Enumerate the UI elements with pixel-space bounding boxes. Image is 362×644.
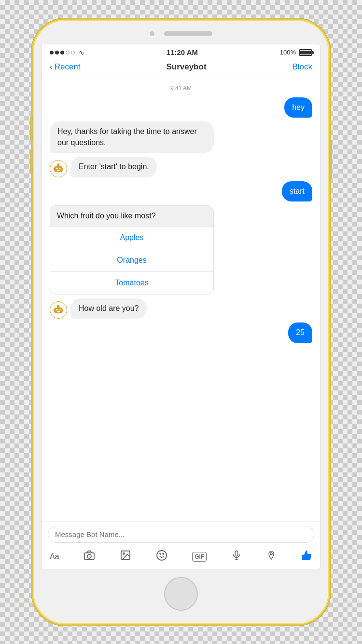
emoji-svg	[156, 550, 167, 561]
emoji-icon[interactable]	[156, 550, 167, 564]
chevron-left-icon: ‹	[50, 62, 53, 72]
message-row-user-start: start	[50, 181, 312, 201]
status-right: 100%	[280, 49, 312, 56]
svg-point-20	[157, 550, 167, 560]
status-left: ∿	[50, 49, 84, 56]
battery-percentage: 100%	[280, 49, 296, 56]
svg-rect-3	[57, 170, 60, 171]
bubble-bot-age: How old are you?	[71, 298, 147, 319]
home-button[interactable]	[164, 577, 198, 611]
camera-icon[interactable]	[84, 550, 95, 564]
svg-rect-9	[56, 309, 58, 310]
message-row-bot-age: How old are you?	[50, 298, 312, 319]
status-bar: ∿ 11:20 AM 100%	[42, 44, 320, 58]
svg-point-26	[270, 553, 272, 555]
signal-dot-1	[50, 51, 54, 54]
nav-bar: ‹ Recent Surveybot Block	[42, 58, 320, 76]
bot-avatar-1	[50, 160, 67, 177]
svg-rect-8	[55, 308, 62, 313]
fruit-question-text: Which fruit do you like most?	[50, 206, 213, 227]
svg-rect-10	[59, 309, 60, 310]
message-input[interactable]	[48, 526, 314, 543]
back-button[interactable]: ‹ Recent	[50, 62, 81, 72]
svg-rect-6	[54, 168, 55, 170]
volume-down-button[interactable]	[30, 150, 33, 174]
bubble-user-25: 25	[288, 322, 312, 343]
signal-dot-3	[60, 51, 64, 54]
battery-icon	[299, 49, 312, 56]
robot-icon-2	[52, 304, 65, 316]
thumbsup-svg	[301, 550, 312, 561]
speaker-area	[133, 28, 229, 39]
bubble-bot-thanks: Hey, thanks for taking the time to answe…	[50, 121, 214, 153]
image-icon[interactable]	[120, 550, 131, 564]
battery-fill	[300, 51, 311, 54]
gif-icon[interactable]: GIF	[192, 552, 207, 562]
fruit-question-card: Which fruit do you like most? Apples Ora…	[50, 205, 214, 295]
front-camera	[150, 31, 154, 36]
robot-icon	[52, 162, 65, 175]
fruit-option-tomatoes[interactable]: Tomatoes	[50, 272, 213, 294]
location-svg	[266, 550, 276, 561]
svg-point-22	[163, 553, 164, 554]
message-row-bot-thanks: Hey, thanks for taking the time to answe…	[50, 121, 312, 153]
block-button[interactable]: Block	[292, 62, 312, 72]
image-svg	[120, 550, 131, 561]
bubble-user-start: start	[282, 181, 312, 201]
bubble-bot-enter-start: Enter 'start' to begin.	[71, 157, 157, 177]
nav-title: Surveybot	[166, 62, 206, 72]
volume-up-button[interactable]	[30, 116, 33, 140]
svg-rect-7	[62, 168, 63, 170]
thumbsup-icon[interactable]	[301, 550, 312, 564]
camera-svg	[84, 550, 95, 561]
message-row-bot-start: Enter 'start' to begin.	[50, 157, 312, 177]
svg-rect-16	[84, 553, 94, 560]
bubble-user-hey: hey	[284, 97, 312, 118]
location-icon[interactable]	[266, 550, 276, 564]
svg-point-5	[57, 163, 59, 165]
back-label: Recent	[55, 62, 81, 72]
svg-rect-23	[235, 551, 238, 556]
svg-rect-1	[56, 167, 58, 169]
svg-rect-2	[59, 167, 60, 169]
mic-icon[interactable]	[231, 550, 242, 564]
power-button[interactable]	[329, 140, 332, 179]
toolbar-row: Aa	[42, 547, 320, 569]
message-input-row	[42, 522, 320, 547]
side-buttons-right	[329, 140, 332, 179]
svg-point-13	[57, 305, 59, 307]
side-buttons-left	[30, 116, 33, 174]
message-row-user-hey: hey	[50, 97, 312, 118]
status-time: 11:20 AM	[167, 48, 198, 56]
svg-rect-14	[54, 309, 55, 311]
svg-point-17	[87, 554, 91, 558]
signal-dot-5	[71, 51, 75, 54]
fruit-option-apples[interactable]: Apples	[50, 227, 213, 249]
wifi-icon: ∿	[79, 49, 84, 56]
bot-avatar-2	[50, 301, 67, 319]
mic-svg	[231, 550, 242, 561]
signal-dot-4	[66, 51, 70, 54]
svg-rect-15	[62, 309, 63, 311]
svg-point-21	[160, 553, 161, 554]
font-icon[interactable]: Aa	[50, 552, 59, 561]
speaker-grille	[164, 31, 212, 36]
svg-rect-11	[57, 311, 60, 312]
chat-timestamp: 9:41 AM	[42, 85, 320, 92]
message-row-user-25: 25	[50, 322, 312, 343]
input-area: Aa	[42, 522, 320, 569]
fruit-option-oranges[interactable]: Oranges	[50, 249, 213, 272]
chat-area: 9:41 AM hey Hey, thanks for taking the t…	[42, 76, 320, 522]
svg-point-19	[123, 553, 125, 554]
signal-strength	[50, 51, 75, 54]
signal-dot-2	[55, 51, 59, 54]
phone-frame: ∿ 11:20 AM 100% ‹ Recent Surveybot Block…	[31, 18, 331, 626]
phone-screen: ∿ 11:20 AM 100% ‹ Recent Surveybot Block…	[42, 44, 320, 569]
